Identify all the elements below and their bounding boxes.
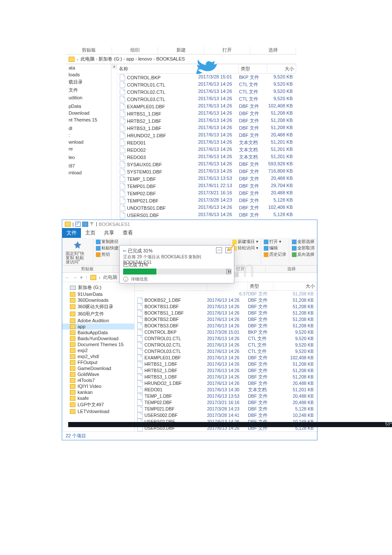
details-toggle[interactable]: 详细信息 xyxy=(131,276,148,282)
table-row[interactable]: REDO01 2017/6/13 14:26 文本文档 51,201 KB xyxy=(117,139,296,146)
sidebar-item-exp2_vhdl[interactable]: exp2_vhdl xyxy=(62,353,134,359)
file-list[interactable]: 名称 类型 大小 CONTROL.BKP 2017/3/28 15:01 BKP… xyxy=(117,64,296,240)
col-type[interactable]: 类型 xyxy=(239,64,267,73)
breadcrumb-segment[interactable]: 此电脑 xyxy=(81,56,95,61)
file-list[interactable]: 类型 大小 6:37 DBF 文件 51,208 KB BOOKBS2_1.DB… xyxy=(135,282,317,431)
nav-pane[interactable]: ataloads载目录文件uditionpDataDownloadnt Them… xyxy=(66,64,117,240)
table-row[interactable]: REDO02 2017/6/13 14:26 文本文档 51,201 KB xyxy=(117,146,296,153)
sidebar-item[interactable]: Download xyxy=(66,110,117,116)
table-row[interactable]: 6:37 DBF 文件 51,208 KB xyxy=(135,291,317,297)
sidebar-item-kankan[interactable]: kankan xyxy=(62,389,134,395)
chevron-down-icon[interactable]: ⌄ xyxy=(123,277,128,282)
table-row[interactable]: TEMP021.DBF 2017/3/28 14:23 DBF 文件 5,128… xyxy=(117,197,296,204)
table-row[interactable]: TEMP_1.DBF 2017/6/13 13:53 DBF 文件 20,488… xyxy=(135,393,317,399)
table-row[interactable]: TEMP02.DBF 2017/3/21 16:16 DBF 文件 20,488… xyxy=(117,190,296,197)
sidebar-item-ksafe[interactable]: ksafe xyxy=(62,395,134,401)
scroll-up-icon[interactable]: ▴ xyxy=(113,64,115,68)
table-row[interactable]: SYSTEM01.DBF 2017/6/13 14:26 DBF 文件 716,… xyxy=(117,168,296,175)
sidebar-item-GameDownload[interactable]: GameDownload xyxy=(62,365,134,371)
table-row[interactable]: TEMP021.DBF 2017/3/28 14:23 DBF 文件 5,128… xyxy=(135,406,317,412)
sidebar-item-FFOutput[interactable]: FFOutput xyxy=(62,359,134,365)
scroll-thumb[interactable] xyxy=(112,69,117,236)
sidebar-item-360用户文件[interactable]: 360用户文件 xyxy=(62,310,134,318)
sidebar-item-Adobe Audition[interactable]: Adobe Audition xyxy=(62,318,134,324)
table-row[interactable]: CONTROL.BKP 2017/3/28 15:01 BKP 文件 9,520… xyxy=(135,329,317,335)
table-row[interactable]: SYSAUX01.DBF 2017/6/13 14:26 DBF 文件 593,… xyxy=(117,161,296,168)
pause-button[interactable] xyxy=(226,269,231,274)
table-row[interactable]: HRTBS1_1.DBF 2017/6/13 14:26 DBF 文件 51,2… xyxy=(117,110,296,117)
table-row[interactable]: TEMP_1.DBF 2017/6/13 13:53 DBF 文件 20,488… xyxy=(117,175,296,182)
table-row[interactable]: HRTBS2_1.DBF 2017/6/13 14:26 DBF 文件 51,2… xyxy=(135,367,317,374)
table-row[interactable]: REDO03 2017/6/13 14:26 文本文档 51,201 KB xyxy=(117,153,296,161)
table-row[interactable]: UNDOTBS01.DBF 2017/6/13 14:26 DBF 文件 102… xyxy=(117,204,296,211)
breadcrumb-segment[interactable]: BOOKSALES xyxy=(156,56,185,61)
table-row[interactable]: CONTROL02.CTL 2017/6/13 14:26 CTL 文件 9,5… xyxy=(135,342,317,348)
sidebar-item[interactable]: leo xyxy=(66,154,117,161)
forward-icon[interactable]: → xyxy=(72,275,78,280)
breadcrumb-segment[interactable]: app xyxy=(126,56,134,61)
table-row[interactable]: HRUNDO2_1.DBF 2017/6/13 14:26 DBF 文件 20,… xyxy=(117,132,296,139)
ribbon-tabs[interactable]: 文件主页共享查看 xyxy=(62,228,317,238)
sidebar-item-exp2[interactable]: exp2 xyxy=(62,347,134,353)
table-row[interactable]: BOOKTBS1.DBF 2017/6/13 14:26 DBF 文件 51,2… xyxy=(135,304,317,310)
sidebar-item[interactable]: udition xyxy=(66,94,117,101)
table-row[interactable]: BOOKTBS2.DBF 2017/6/13 14:26 DBF 文件 51,2… xyxy=(135,316,317,323)
sidebar-item-BaiduAppData[interactable]: BaiduAppData xyxy=(62,330,134,335)
table-row[interactable]: CONTROL01.CTL 2017/6/13 14:26 CTL 文件 9,5… xyxy=(135,335,317,342)
sidebar-item[interactable]: i97 xyxy=(66,162,117,169)
select-actions[interactable]: 全部选择 全部取消 反向选择 xyxy=(292,239,314,257)
table-row[interactable]: CONTROL.BKP 2017/3/28 15:01 BKP 文件 9,520… xyxy=(117,74,296,81)
table-row[interactable]: REDO01 2017/6/13 14:30 文本文档 51,201 KB xyxy=(135,387,317,393)
breadcrumb[interactable]: › 此电脑 › 新加卷 (G:) › app › lenovo › BOOKSA… xyxy=(66,55,296,64)
sidebar-item[interactable]: wnload xyxy=(66,139,117,145)
sidebar-item-LGF中文497[interactable]: LGF中文497 xyxy=(62,401,134,408)
scrollbar[interactable]: ▴ ▾ xyxy=(111,64,117,240)
table-row[interactable]: HRUNDO2_1.DBF 2017/6/13 14:26 DBF 文件 20,… xyxy=(135,380,317,387)
titlebar[interactable]: | 〒 | BOOKSALES1 xyxy=(62,220,317,228)
sidebar-item-BaiduYunDownload[interactable]: BaiduYunDownload xyxy=(62,335,134,341)
table-row[interactable]: USERS002.DBF 2017/3/28 14:41 DBF 文件 10,2… xyxy=(135,412,317,419)
col-size[interactable]: 大小 xyxy=(267,64,296,73)
col-date[interactable] xyxy=(198,64,239,73)
table-row[interactable]: HRTBS1_1.DBF 2017/6/13 14:26 DBF 文件 51,2… xyxy=(135,361,317,367)
tab-文件[interactable]: 文件 xyxy=(62,228,81,238)
sidebar-item-360驱动大师目录[interactable]: 360驱动大师目录 xyxy=(62,303,134,310)
table-row[interactable]: HRTBS3_1.DBF 2017/6/13 14:26 DBF 文件 51,2… xyxy=(117,124,296,132)
sidebar-item[interactable]: pData xyxy=(66,103,117,110)
table-row[interactable]: USERS01.DBF 2017/6/13 14:26 DBF 文件 5,128… xyxy=(117,211,296,219)
table-row[interactable]: BOOKTBS1_1.DBF 2017/6/13 14:26 DBF 文件 51… xyxy=(135,310,317,316)
sidebar-item[interactable]: : xyxy=(66,132,117,139)
sidebar-item[interactable]: re xyxy=(66,145,117,152)
col-name[interactable]: 名称 xyxy=(117,64,198,73)
pin-icon[interactable] xyxy=(71,239,84,251)
table-row[interactable]: CONTROL02.CTL 2017/6/13 14:26 CTL 文件 9,5… xyxy=(117,88,296,95)
nav-pane[interactable]: 新加卷 (G:) 91UserData 360Downloads 360驱动大师… xyxy=(62,282,135,431)
breadcrumb-segment[interactable]: 新加卷 (G:) xyxy=(98,56,122,61)
table-row[interactable]: CONTROL01.CTL 2017/6/13 14:26 CTL 文件 9,5… xyxy=(117,81,296,88)
table-row[interactable]: EXAMPLE01.DBF 2017/6/13 14:26 DBF 文件 102… xyxy=(135,355,317,361)
sidebar-item[interactable]: loads xyxy=(66,71,117,78)
tab-查看[interactable]: 查看 xyxy=(118,228,137,238)
sidebar-item-新加卷 (G:)[interactable]: 新加卷 (G:) xyxy=(62,284,134,291)
sidebar-item-i4Tools7[interactable]: i4Tools7 xyxy=(62,377,134,383)
sidebar-item[interactable]: 文件 xyxy=(66,86,117,94)
column-headers[interactable]: 名称 类型 大小 xyxy=(117,64,296,74)
table-row[interactable]: TEMP01.DBF 2017/6/11 22:13 DBF 文件 29,704… xyxy=(117,182,296,190)
sidebar-item-app[interactable]: app xyxy=(62,324,134,330)
new-actions[interactable]: 新建项目 ▾ 轻松访问 ▾ xyxy=(232,239,258,251)
close-icon[interactable]: ✕ xyxy=(225,247,231,253)
sidebar-item[interactable]: ata xyxy=(66,64,117,71)
table-row[interactable]: HRTBS3_1.DBF 2017/6/13 14:26 DBF 文件 51,2… xyxy=(135,374,317,380)
tab-主页[interactable]: 主页 xyxy=(81,228,100,238)
sidebar-item-LETVdownload[interactable]: LETVdownload xyxy=(62,408,134,414)
sidebar-item-360Downloads[interactable]: 360Downloads xyxy=(62,297,134,303)
tab-共享[interactable]: 共享 xyxy=(100,228,118,238)
sidebar-item-GoldWave[interactable]: GoldWave xyxy=(62,371,134,377)
table-row[interactable]: HRTBS2_1.DBF 2017/6/13 14:26 DBF 文件 51,2… xyxy=(117,117,296,124)
sidebar-item[interactable]: dl xyxy=(66,125,117,132)
sidebar-item[interactable]: rnload xyxy=(66,169,117,176)
table-row[interactable]: BOOKTBS3.DBF 2017/6/13 14:26 DBF 文件 51,2… xyxy=(135,323,317,329)
back-icon[interactable]: ← xyxy=(65,275,70,280)
table-row[interactable]: EXAMPLE01.DBF 2017/6/13 14:26 DBF 文件 102… xyxy=(117,103,296,110)
sidebar-item[interactable]: 载目录 xyxy=(66,78,117,86)
